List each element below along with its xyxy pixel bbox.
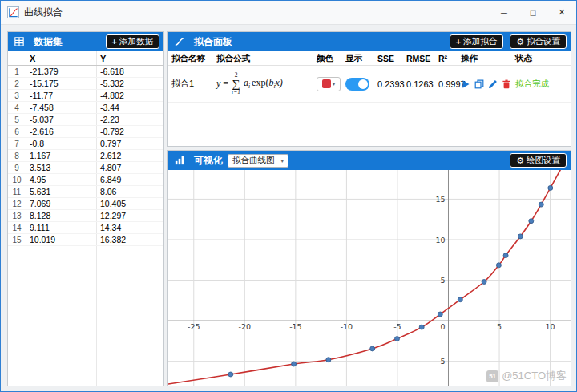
table-row[interactable]: 7-0.80.797 [8, 138, 163, 150]
table-row[interactable]: 6-2.616-0.792 [8, 126, 163, 138]
svg-text:-20: -20 [239, 322, 252, 331]
dataset-panel-title: 数据集 [34, 35, 63, 49]
add-data-button[interactable]: + 添加数据 [106, 34, 159, 49]
table-row[interactable]: 2-15.175-5.332 [8, 78, 163, 90]
cell-x: -7.458 [26, 103, 96, 112]
fit-settings-button[interactable]: ⚙ 拟合设置 [510, 34, 567, 49]
run-fit-icon[interactable] [461, 79, 470, 89]
viz-panel-title: 可视化 [194, 154, 223, 168]
row-index: 1 [8, 67, 26, 76]
table-row[interactable]: 93.5134.807 [8, 162, 163, 174]
close-button[interactable]: ✕ [547, 1, 576, 24]
fit-color-swatch [322, 79, 331, 88]
chart-type-selected: 拟合曲线图 [232, 155, 275, 166]
cell-y: 2.612 [96, 151, 163, 160]
svg-text:15: 15 [435, 195, 445, 204]
fit-status: 拟合完成 [512, 79, 571, 90]
col-visible: 显示 [342, 53, 374, 64]
fit-visible-toggle[interactable] [345, 78, 369, 91]
dataset-panel: 数据集 + 添加数据 X Y 1-21.379-6.6182-15.175-5.… [7, 31, 164, 386]
plot-settings-button[interactable]: ⚙ 绘图设置 [510, 153, 567, 168]
formula-equals: = [223, 78, 228, 90]
cell-x: -0.8 [26, 139, 96, 148]
col-color: 颜色 [313, 53, 342, 64]
fit-panel-title: 拟合面板 [194, 35, 232, 49]
add-data-label: 添加数据 [119, 36, 153, 47]
gear-icon: ⚙ [516, 38, 524, 46]
row-index: 9 [8, 164, 26, 172]
fit-panel-header: 拟合面板 + 添加拟合 ⚙ 拟合设置 [168, 32, 571, 51]
row-index: 4 [8, 103, 26, 112]
table-row[interactable]: 149.11114.34 [8, 222, 163, 234]
copy-fit-icon[interactable] [474, 79, 484, 89]
cell-y: 4.807 [96, 163, 163, 172]
add-fit-button[interactable]: + 添加拟合 [450, 34, 503, 49]
table-row[interactable]: 81.1672.612 [8, 150, 163, 162]
cell-y: 6.849 [96, 175, 163, 184]
row-index: 11 [8, 188, 26, 196]
fit-sse-value: 0.2393 [374, 79, 403, 89]
caret-down-icon: ▾ [333, 81, 336, 87]
formula-exp: exp( [252, 77, 268, 88]
plus-icon: + [456, 38, 461, 46]
app-icon [7, 6, 19, 18]
row-index: 15 [8, 236, 26, 244]
svg-text:10: 10 [435, 236, 445, 244]
table-row[interactable]: 3-11.77-4.802 [8, 90, 163, 102]
fit-operations [458, 79, 512, 89]
sigma-icon: ∑ [232, 79, 240, 89]
table-row[interactable]: 4-7.458-3.44 [8, 102, 163, 114]
fit-rmse-value: 0.1263 [403, 79, 435, 89]
dataset-table-body: 1-21.379-6.6182-15.175-5.3323-11.77-4.80… [8, 66, 163, 246]
col-status: 状态 [512, 53, 571, 64]
curve-icon [175, 37, 184, 46]
table-row[interactable]: 5-5.037-2.23 [8, 114, 163, 126]
table-row[interactable]: 104.956.849 [8, 174, 163, 186]
formula-lhs: y [216, 78, 220, 90]
cell-y: 12.297 [96, 211, 163, 220]
col-r2: R² [435, 54, 458, 63]
cell-x: 8.128 [26, 211, 96, 220]
formula-arg: x) [276, 77, 283, 88]
col-fit-formula: 拟合公式 [213, 53, 313, 64]
cell-x: 4.95 [26, 175, 96, 184]
cell-y: 14.34 [96, 223, 163, 232]
cell-y: 10.405 [96, 199, 163, 208]
table-row[interactable]: 1510.01916.382 [8, 234, 163, 246]
plot-settings-label: 绘图设置 [527, 155, 560, 166]
fit-row[interactable]: 拟合1 y = 2 ∑ i=1 aiexp(bix) ▾ 0.2393 0.12… [168, 66, 571, 103]
cell-y: -4.802 [96, 91, 163, 100]
fit-color-picker[interactable]: ▾ [317, 77, 341, 91]
table-row[interactable]: 138.12812.297 [8, 210, 163, 222]
cell-y: 8.06 [96, 187, 163, 196]
row-index: 8 [8, 152, 26, 160]
caret-down-icon: ▾ [281, 158, 284, 164]
fit-r2-value: 0.9997 [435, 79, 458, 89]
svg-text:-5: -5 [438, 357, 445, 366]
row-index: 13 [8, 212, 26, 220]
cell-x: -21.379 [26, 67, 96, 76]
chart-area[interactable]: -25-20-15-10-50510-551015 [168, 170, 571, 386]
maximize-button[interactable]: □ [518, 1, 547, 24]
fit-name: 拟合1 [168, 78, 213, 90]
cell-x: 10.019 [26, 235, 96, 244]
minimize-button[interactable]: ─ [490, 1, 518, 24]
cell-y: -5.332 [96, 79, 163, 88]
svg-text:-10: -10 [341, 322, 353, 331]
cell-y: -0.792 [96, 127, 163, 136]
table-row[interactable]: 115.6318.06 [8, 186, 163, 198]
dataset-panel-header: 数据集 + 添加数据 [8, 32, 163, 51]
fit-settings-label: 拟合设置 [527, 36, 560, 47]
fit-table-header: 拟合名称 拟合公式 颜色 显示 SSE RMSE R² 操作 状态 [168, 51, 571, 66]
table-row[interactable]: 127.06910.405 [8, 198, 163, 210]
col-operations: 操作 [458, 53, 512, 64]
table-row[interactable]: 1-21.379-6.618 [8, 66, 163, 78]
delete-fit-icon[interactable] [502, 79, 511, 89]
edit-fit-icon[interactable] [488, 79, 498, 89]
formula-body: aiexp(bix) [244, 77, 283, 90]
column-header-x: X [26, 54, 96, 63]
svg-text:5: 5 [497, 322, 502, 331]
chart-type-dropdown[interactable]: 拟合曲线图 ▾ [228, 154, 288, 168]
col-rmse: RMSE [403, 54, 435, 63]
svg-text:0: 0 [440, 322, 445, 331]
